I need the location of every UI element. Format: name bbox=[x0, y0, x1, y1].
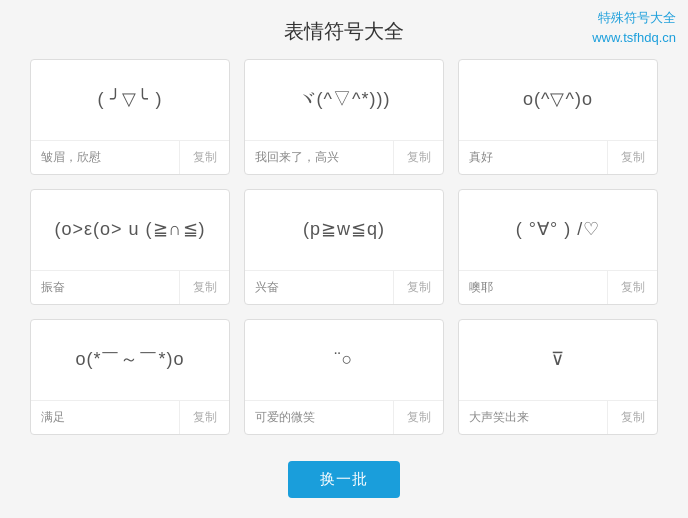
symbol-card: o(^▽^)o真好复制 bbox=[458, 59, 658, 175]
copy-button[interactable]: 复制 bbox=[179, 271, 229, 304]
copy-button[interactable]: 复制 bbox=[393, 271, 443, 304]
symbol-text: (o>ε(o> u (≧∩≦) bbox=[31, 190, 229, 270]
copy-button[interactable]: 复制 bbox=[393, 401, 443, 434]
card-footer: 大声笑出来复制 bbox=[459, 400, 657, 434]
copy-button[interactable]: 复制 bbox=[607, 141, 657, 174]
symbol-label: 满足 bbox=[31, 409, 179, 426]
page-title: 表情符号大全 bbox=[0, 0, 688, 59]
card-footer: 皱眉，欣慰复制 bbox=[31, 140, 229, 174]
card-footer: 振奋复制 bbox=[31, 270, 229, 304]
symbol-label: 真好 bbox=[459, 149, 607, 166]
copy-button[interactable]: 复制 bbox=[607, 401, 657, 434]
symbol-text: o(*￣～￣*)o bbox=[31, 320, 229, 400]
card-footer: 可爱的微笑复制 bbox=[245, 400, 443, 434]
symbol-label: 大声笑出来 bbox=[459, 409, 607, 426]
symbol-grid: ( ╯▽╰ )皱眉，欣慰复制ヾ(^▽^*)))我回来了，高兴复制o(^▽^)o真… bbox=[0, 59, 688, 435]
card-footer: 兴奋复制 bbox=[245, 270, 443, 304]
symbol-label: 噢耶 bbox=[459, 279, 607, 296]
symbol-label: 兴奋 bbox=[245, 279, 393, 296]
card-footer: 真好复制 bbox=[459, 140, 657, 174]
symbol-text: ヾ(^▽^*))) bbox=[245, 60, 443, 140]
site-link[interactable]: 特殊符号大全 www.tsfhdq.cn bbox=[592, 8, 676, 47]
symbol-card: (p≧w≦q)兴奋复制 bbox=[244, 189, 444, 305]
copy-button[interactable]: 复制 bbox=[607, 271, 657, 304]
copy-button[interactable]: 复制 bbox=[179, 141, 229, 174]
symbol-card: ¨○可爱的微笑复制 bbox=[244, 319, 444, 435]
card-footer: 满足复制 bbox=[31, 400, 229, 434]
symbol-label: 可爱的微笑 bbox=[245, 409, 393, 426]
next-batch-button[interactable]: 换一批 bbox=[288, 461, 400, 498]
copy-button[interactable]: 复制 bbox=[393, 141, 443, 174]
symbol-text: ¨○ bbox=[245, 320, 443, 400]
symbol-card: o(*￣～￣*)o满足复制 bbox=[30, 319, 230, 435]
symbol-card: ( °∀° ) /♡噢耶复制 bbox=[458, 189, 658, 305]
symbol-text: ( ╯▽╰ ) bbox=[31, 60, 229, 140]
button-row: 换一批 bbox=[0, 445, 688, 518]
symbol-card: ( ╯▽╰ )皱眉，欣慰复制 bbox=[30, 59, 230, 175]
card-footer: 我回来了，高兴复制 bbox=[245, 140, 443, 174]
site-title-line1: 特殊符号大全 bbox=[598, 10, 676, 25]
card-footer: 噢耶复制 bbox=[459, 270, 657, 304]
copy-button[interactable]: 复制 bbox=[179, 401, 229, 434]
symbol-text: o(^▽^)o bbox=[459, 60, 657, 140]
symbol-text: ( °∀° ) /♡ bbox=[459, 190, 657, 270]
site-url[interactable]: www.tsfhdq.cn bbox=[592, 30, 676, 45]
symbol-card: ヾ(^▽^*)))我回来了，高兴复制 bbox=[244, 59, 444, 175]
symbol-label: 皱眉，欣慰 bbox=[31, 149, 179, 166]
symbol-card: ⊽大声笑出来复制 bbox=[458, 319, 658, 435]
symbol-text: ⊽ bbox=[459, 320, 657, 400]
symbol-label: 我回来了，高兴 bbox=[245, 149, 393, 166]
symbol-text: (p≧w≦q) bbox=[245, 190, 443, 270]
symbol-card: (o>ε(o> u (≧∩≦)振奋复制 bbox=[30, 189, 230, 305]
symbol-label: 振奋 bbox=[31, 279, 179, 296]
